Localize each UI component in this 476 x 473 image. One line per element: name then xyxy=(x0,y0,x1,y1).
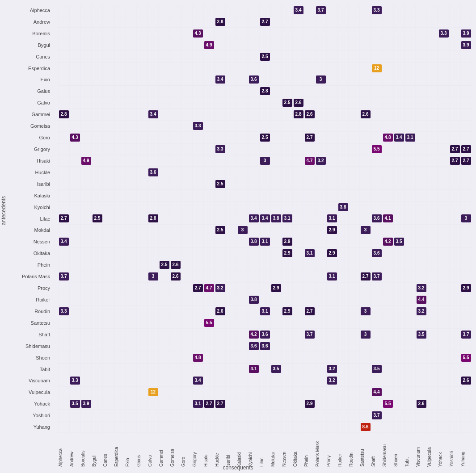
cell-badge: 3.2 xyxy=(417,307,426,315)
data-cell: 3.9 xyxy=(80,398,92,410)
y-label: Yuhang xyxy=(0,421,54,433)
data-cell: 2.9 xyxy=(282,236,293,247)
cell-badge: 2.9 xyxy=(282,249,292,257)
cell-badge: 3.1 xyxy=(305,249,315,257)
data-cell: 2.7 xyxy=(360,271,371,282)
cell-badge: 2.6 xyxy=(215,307,225,315)
y-label: Kyoichi xyxy=(0,201,54,213)
data-cell: 4.7 xyxy=(203,282,215,294)
cell-badge: 2.6 xyxy=(461,377,471,385)
data-cell: 3.1 xyxy=(259,306,270,317)
cell-badge: 3.4 xyxy=(294,6,303,14)
cell-badge: 2.7 xyxy=(450,157,460,165)
data-cell: 4.4 xyxy=(416,294,427,306)
y-label: Hisaki xyxy=(0,155,54,167)
data-cell: 3.5 xyxy=(371,363,382,375)
cell-badge: 3.5 xyxy=(372,365,382,373)
x-label: Esperdica xyxy=(114,433,125,469)
x-label: Canes xyxy=(103,433,114,469)
cell-badge: 3.2 xyxy=(327,365,337,373)
data-cell: 4.1 xyxy=(382,213,393,225)
cell-badge: 3.3 xyxy=(70,377,80,385)
cell-badge: 3.6 xyxy=(260,331,270,339)
cell-badge: 2.5 xyxy=(260,134,270,142)
y-label: Exio xyxy=(0,74,54,86)
cell-badge: 2.6 xyxy=(305,110,315,118)
cell-badge: 3.8 xyxy=(249,296,259,304)
data-cell: 4.9 xyxy=(203,39,215,51)
data-cell: 2.7 xyxy=(192,282,203,294)
data-cell: 3.1 xyxy=(304,247,315,259)
x-label: Grigory xyxy=(192,433,203,469)
cell-badge: 3.1 xyxy=(282,214,292,222)
data-cell: 2.9 xyxy=(326,224,337,236)
cell-badge: 4.8 xyxy=(193,354,203,362)
data-cell: 2.5 xyxy=(215,224,226,236)
data-cell: 4.8 xyxy=(192,352,203,364)
data-cell: 3.4 xyxy=(393,132,404,143)
data-cell: 3.3 xyxy=(192,120,203,132)
cell-badge: 2.9 xyxy=(327,249,337,257)
cell-badge: 4.7 xyxy=(204,284,214,292)
data-cell: 2.9 xyxy=(326,247,337,259)
cell-badge: 3.4 xyxy=(249,214,259,222)
y-label: Shoen xyxy=(0,352,54,364)
data-cell: 3.2 xyxy=(326,375,337,386)
cell-badge: 4.8 xyxy=(383,134,393,142)
data-cell: 3.8 xyxy=(270,213,282,225)
x-label: Galvo xyxy=(147,433,159,469)
data-cell: 3.4 xyxy=(259,213,270,225)
data-cell: 3 xyxy=(315,74,326,86)
x-label: Goro xyxy=(181,433,192,469)
data-cell: 4.3 xyxy=(192,28,203,39)
data-cell: 3.3 xyxy=(58,306,69,317)
y-label: Shidemasu xyxy=(0,340,54,352)
cell-badge: 3.7 xyxy=(461,331,471,339)
y-label: Grigory xyxy=(0,143,54,155)
y-label: Yoshiori xyxy=(0,410,54,421)
cell-badge: 3 xyxy=(148,272,158,280)
cell-badge: 4.4 xyxy=(372,388,382,396)
x-label: Yoshiori xyxy=(449,433,460,469)
data-cell: 4.7 xyxy=(304,155,315,167)
data-cell: 3.9 xyxy=(460,39,472,51)
data-cell: 3.4 xyxy=(58,236,69,247)
x-label: Shaft xyxy=(371,433,382,469)
cell-badge: 2.9 xyxy=(305,400,315,408)
data-cell: 3.6 xyxy=(259,340,270,352)
data-cell: 2.5 xyxy=(159,259,170,271)
cell-badge: 3.3 xyxy=(59,307,69,315)
x-label: Kalaski xyxy=(237,433,248,469)
cell-badge: 3 xyxy=(361,226,371,234)
cell-badge: 3.3 xyxy=(439,29,449,38)
cell-badge: 2.6 xyxy=(294,99,303,107)
data-cell: 2.6 xyxy=(360,109,371,120)
data-cell: 4.8 xyxy=(382,132,393,143)
cell-badge: 3.7 xyxy=(305,331,315,339)
cell-badge: 3.9 xyxy=(461,41,471,49)
cell-badge: 3.1 xyxy=(327,214,337,222)
x-label: Shidemasu xyxy=(382,433,393,469)
x-label: Okitaka xyxy=(293,433,304,469)
cell-badge: 3.2 xyxy=(316,157,326,165)
y-label: Andrew xyxy=(0,16,54,28)
x-label: Yuhang xyxy=(460,433,472,469)
cell-badge: 2.9 xyxy=(461,284,471,292)
data-cell: 2.7 xyxy=(304,132,315,143)
y-label: Shaft xyxy=(0,329,54,340)
cell-badge: 2.5 xyxy=(215,226,225,234)
cell-badge: 2.9 xyxy=(271,284,281,292)
cell-badge: 3 xyxy=(238,226,248,234)
data-cell: 3.2 xyxy=(416,282,427,294)
cell-badge: 3.5 xyxy=(271,365,281,373)
y-label: Phein xyxy=(0,259,54,271)
data-cell: 2.5 xyxy=(259,132,270,143)
x-label: Gaius xyxy=(136,433,147,469)
x-label: Borealis xyxy=(80,433,92,469)
cell-badge: 3.4 xyxy=(148,110,158,118)
data-cell: 2.5 xyxy=(215,178,226,190)
data-cell: 3.4 xyxy=(293,4,304,16)
cell-badge: 3.6 xyxy=(249,342,259,350)
cell-badge: 3.6 xyxy=(372,249,382,257)
x-label: Roiker xyxy=(337,433,349,469)
